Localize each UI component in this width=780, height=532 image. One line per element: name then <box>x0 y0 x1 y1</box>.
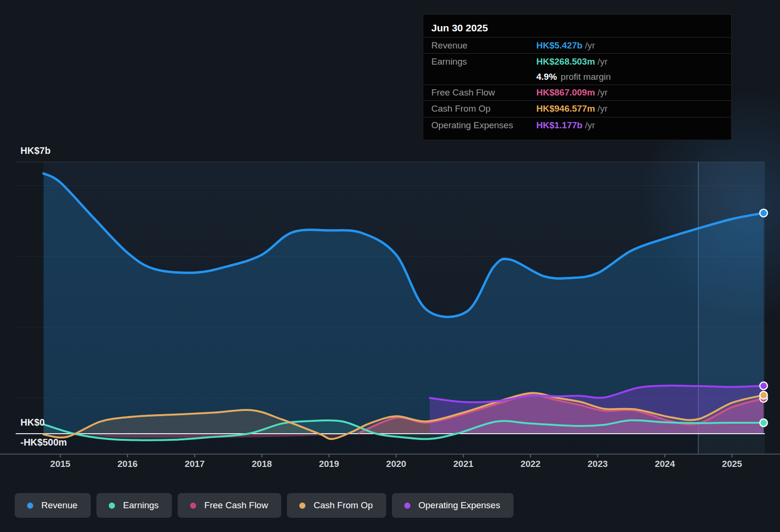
tooltip-row-cashop: Cash From Op HK$946.577m /yr <box>423 100 731 117</box>
x-axis-label-2015: 2015 <box>50 459 70 469</box>
x-axis-label-2023: 2023 <box>588 459 608 469</box>
free-cash-flow-legend-dot-icon <box>190 503 196 509</box>
x-axis-label-2017: 2017 <box>185 459 205 469</box>
legend-label-free-cash-flow: Free Cash Flow <box>204 500 268 511</box>
legend-pill-operating-expenses[interactable]: Operating Expenses <box>392 493 514 518</box>
tooltip-row-revenue: Revenue HK$5.427b /yr <box>423 37 731 53</box>
legend: RevenueEarningsFree Cash FlowCash From O… <box>15 493 514 518</box>
x-axis-label-2020: 2020 <box>386 459 406 469</box>
tooltip-label-earnings: Earnings <box>431 57 536 67</box>
tooltip-label-opex: Operating Expenses <box>431 120 536 131</box>
x-axis-label-2022: 2022 <box>521 459 541 469</box>
x-axis-label-2019: 2019 <box>319 459 339 469</box>
y-axis-label-zero: HK$0 <box>20 417 45 428</box>
chart-stage: HK$7b HK$0 -HK$500m 20152016201720182019… <box>0 0 780 532</box>
legend-label-cash-from-op: Cash From Op <box>314 500 373 511</box>
legend-pill-free-cash-flow[interactable]: Free Cash Flow <box>178 493 281 518</box>
x-axis-label-2021: 2021 <box>453 459 473 469</box>
y-axis-label-neg500m: -HK$500m <box>20 437 67 448</box>
tooltip-value-revenue: HK$5.427b /yr <box>536 40 595 51</box>
tooltip-date-title: Jun 30 2025 <box>423 15 731 37</box>
profit-margin-percent: 4.9% <box>536 72 557 82</box>
tooltip-label-cashop: Cash From Op <box>431 104 536 114</box>
cash-from-op-legend-dot-icon <box>299 503 305 509</box>
tooltip-label-fcf: Free Cash Flow <box>431 87 536 98</box>
tooltip-value-fcf: HK$867.009m /yr <box>536 87 608 98</box>
operating-expenses-legend-dot-icon <box>404 503 410 509</box>
profit-margin-note: profit margin <box>561 72 611 82</box>
legend-label-operating-expenses: Operating Expenses <box>419 500 500 511</box>
tooltip-label-revenue: Revenue <box>431 40 536 51</box>
tooltip-row-earnings: Earnings HK$268.503m /yr <box>423 53 731 69</box>
tooltip: Jun 30 2025 Revenue HK$5.427b /yr Earnin… <box>423 14 732 140</box>
tooltip-value-cashop: HK$946.577m /yr <box>536 104 608 114</box>
legend-pill-revenue[interactable]: Revenue <box>15 493 91 518</box>
tooltip-value-opex: HK$1.177b /yr <box>536 120 595 131</box>
revenue-endpoint-marker[interactable] <box>760 209 768 217</box>
legend-label-revenue: Revenue <box>41 500 77 511</box>
legend-pill-earnings[interactable]: Earnings <box>96 493 172 518</box>
x-axis-label-2024: 2024 <box>655 459 675 469</box>
x-axis-label-2018: 2018 <box>252 459 272 469</box>
tooltip-value-earnings: HK$268.503m /yr <box>536 57 608 67</box>
earnings-endpoint-marker[interactable] <box>760 419 768 427</box>
tooltip-row-opex: Operating Expenses HK$1.177b /yr <box>423 117 731 133</box>
x-axis-label-2016: 2016 <box>117 459 137 469</box>
legend-pill-cash-from-op[interactable]: Cash From Op <box>287 493 386 518</box>
earnings-legend-dot-icon <box>109 503 115 509</box>
y-axis-label-7b: HK$7b <box>20 145 50 156</box>
x-axis-label-2025: 2025 <box>722 459 742 469</box>
operating-expenses-endpoint-marker[interactable] <box>760 382 768 390</box>
tooltip-profit-margin: 4.9% profit margin <box>423 69 731 85</box>
cash-from-op-endpoint-marker[interactable] <box>760 391 768 399</box>
legend-label-earnings: Earnings <box>123 500 159 511</box>
revenue-legend-dot-icon <box>27 503 33 509</box>
tooltip-row-fcf: Free Cash Flow HK$867.009m /yr <box>423 85 731 100</box>
